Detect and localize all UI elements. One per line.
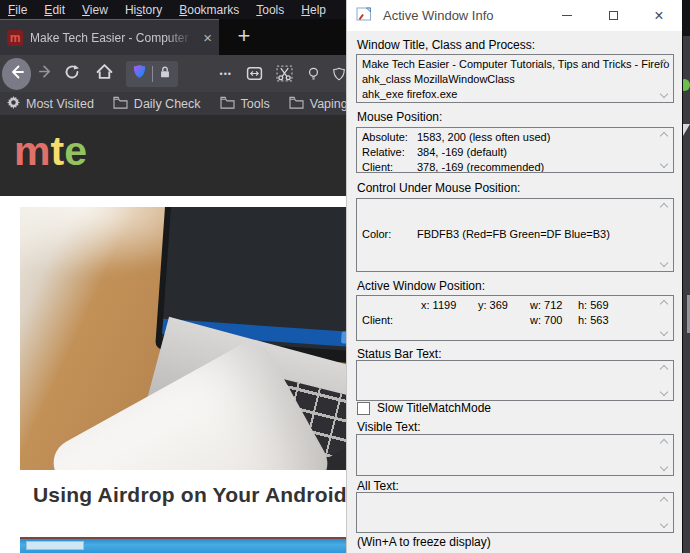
active-window-position-box[interactable]: x: 1199y: 369w: 712h: 569 Client:w: 700h… xyxy=(356,295,674,341)
folder-icon xyxy=(113,96,128,112)
bookmark-most-visited[interactable]: Most Visited xyxy=(7,96,94,112)
mouse-client-line: Client:378, -169 (recommended) xyxy=(362,160,657,173)
clipped-toolbar-icon[interactable] xyxy=(332,66,346,82)
container-tabs-icon[interactable] xyxy=(246,65,263,82)
home-button[interactable] xyxy=(96,63,113,84)
forward-arrow-icon xyxy=(38,64,53,83)
bookmark-folder-daily-check[interactable]: Daily Check xyxy=(113,96,201,112)
color-line: Color:FBDFB3 (Red=FB Green=DF Blue=B3) xyxy=(362,227,657,242)
scroll-up-icon[interactable] xyxy=(660,131,669,139)
scroll-down-icon[interactable] xyxy=(660,91,669,99)
site-favicon: m xyxy=(7,30,23,46)
window-title-label: Window Title, Class and Process: xyxy=(357,38,535,52)
mouse-position-label: Mouse Position: xyxy=(357,110,442,124)
forward-button[interactable] xyxy=(38,64,53,83)
reload-icon xyxy=(64,64,80,84)
status-bar-text-box[interactable] xyxy=(356,360,674,401)
close-button[interactable]: × xyxy=(636,0,682,31)
background-window-dark-top xyxy=(683,0,690,36)
scroll-down-icon[interactable] xyxy=(660,161,669,169)
tracking-protection-shield-icon[interactable] xyxy=(132,64,147,83)
slow-titlematchmode-label[interactable]: Slow TitleMatchMode xyxy=(377,401,491,415)
site-header: mte xyxy=(0,115,346,196)
scroll-down-icon[interactable] xyxy=(660,464,669,472)
scroll-up-icon[interactable] xyxy=(660,438,669,446)
back-button[interactable] xyxy=(2,58,31,90)
menu-bar: File Edit View History Bookmarks Tools H… xyxy=(0,0,346,19)
back-arrow-icon xyxy=(9,64,25,84)
bookmark-folder-tools[interactable]: Tools xyxy=(220,96,270,112)
control-under-mouse-box[interactable]: Color:FBDFB3 (Red=FB Green=DF Blue=B3) xyxy=(356,198,674,272)
mte-logo[interactable]: mte xyxy=(14,129,87,173)
lock-icon[interactable] xyxy=(158,65,172,83)
color-value: FBDFB3 (Red=FB Green=DF Blue=B3) xyxy=(417,228,610,240)
ahk-exe-line: ahk_exe firefox.exe xyxy=(362,87,657,102)
dialog-title-bar[interactable]: Active Window Info × xyxy=(347,0,682,31)
home-icon xyxy=(96,63,113,84)
firefox-window: File Edit View History Bookmarks Tools H… xyxy=(0,0,346,553)
active-window-info-dialog: Active Window Info × Window Title, Class… xyxy=(346,0,682,553)
gear-icon xyxy=(7,96,20,112)
tab-title: Make Tech Easier - Computer T xyxy=(30,31,196,45)
slow-titlematchmode-checkbox[interactable] xyxy=(357,402,370,415)
background-green-dot xyxy=(683,79,690,91)
article-title-link[interactable]: Using Airdrop on Your Android and xyxy=(33,483,346,507)
page-actions-icon[interactable]: ••• xyxy=(220,69,232,79)
article-hero-image[interactable] xyxy=(20,207,346,470)
minimize-icon xyxy=(562,15,572,16)
article-thumbnail-image[interactable] xyxy=(20,537,346,553)
menu-history[interactable]: History xyxy=(125,3,162,17)
mouse-absolute-line: Absolute:1583, 200 (less often used) xyxy=(362,130,657,145)
client-size-line: Client:w: 700h: 563 xyxy=(362,313,657,328)
reload-button[interactable] xyxy=(64,64,80,84)
scroll-up-icon[interactable] xyxy=(660,299,669,307)
maximize-button[interactable] xyxy=(590,0,636,31)
tab-close-icon[interactable]: × xyxy=(203,30,212,45)
control-under-mouse-label: Control Under Mouse Position: xyxy=(357,181,520,195)
window-title-box[interactable]: Make Tech Easier - Computer Tutorials, T… xyxy=(356,54,674,103)
scroll-up-icon[interactable] xyxy=(660,202,669,210)
lightbulb-icon[interactable] xyxy=(306,66,321,82)
bookmark-folder-vaping[interactable]: Vaping xyxy=(289,96,346,112)
menu-view[interactable]: View xyxy=(82,3,108,17)
new-tab-button[interactable]: + xyxy=(230,22,258,52)
scroll-up-icon[interactable] xyxy=(660,496,669,504)
scroll-down-icon[interactable] xyxy=(660,260,669,268)
folder-icon xyxy=(220,96,235,112)
url-bar-identity-box xyxy=(126,61,177,87)
window-title-line: Make Tech Easier - Computer Tutorials, T… xyxy=(362,57,657,72)
menu-tools[interactable]: Tools xyxy=(256,3,284,17)
ahk-class-line: ahk_class MozillaWindowClass xyxy=(362,72,657,87)
screenshot-scissors-icon[interactable] xyxy=(276,65,293,82)
identity-separator xyxy=(152,66,153,82)
active-window-position-label: Active Window Position: xyxy=(357,279,485,293)
dialog-title: Active Window Info xyxy=(383,8,494,23)
status-bar-text-label: Status Bar Text: xyxy=(357,347,442,361)
navigation-toolbar: ••• xyxy=(0,55,346,92)
scroll-up-icon[interactable] xyxy=(660,364,669,372)
mouse-relative-line: Relative:384, -169 (default) xyxy=(362,145,657,160)
menu-help[interactable]: Help xyxy=(301,3,326,17)
scroll-down-icon[interactable] xyxy=(660,329,669,337)
freeze-display-hint: (Win+A to freeze display) xyxy=(357,535,491,549)
menu-bookmarks[interactable]: Bookmarks xyxy=(179,3,239,17)
browser-tab-make-tech-easier[interactable]: m Make Tech Easier - Computer T × xyxy=(0,19,219,55)
tab-bar: m Make Tech Easier - Computer T × + xyxy=(0,19,346,55)
all-text-box[interactable] xyxy=(356,492,674,533)
mouse-cursor xyxy=(683,124,690,136)
all-text-label: All Text: xyxy=(357,479,399,493)
screenshot-root: File Edit View History Bookmarks Tools H… xyxy=(0,0,690,553)
scroll-up-icon[interactable] xyxy=(660,58,669,66)
menu-edit[interactable]: Edit xyxy=(44,3,65,17)
visible-text-label: Visible Text: xyxy=(357,420,421,434)
mouse-position-box[interactable]: Absolute:1583, 200 (less often used) Rel… xyxy=(356,127,674,173)
window-spy-icon xyxy=(356,6,374,25)
bookmarks-toolbar: Most Visited Daily Check Tools Vaping xyxy=(0,92,346,115)
menu-file[interactable]: File xyxy=(8,3,27,17)
window-position-line: x: 1199y: 369w: 712h: 569 xyxy=(362,298,657,313)
minimize-button[interactable] xyxy=(544,0,590,31)
scroll-down-icon[interactable] xyxy=(660,521,669,529)
thumbnail-window-tab xyxy=(26,541,84,550)
visible-text-box[interactable] xyxy=(356,434,674,476)
scroll-down-icon[interactable] xyxy=(660,389,669,397)
